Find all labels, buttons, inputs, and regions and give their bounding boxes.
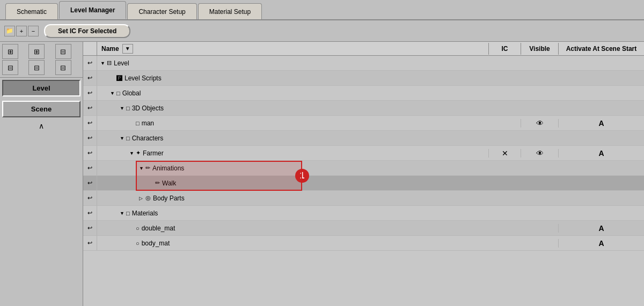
col-ic-header: IC bbox=[488, 43, 521, 55]
tab-level-manager[interactable]: Level Manager bbox=[59, 1, 126, 19]
toolbar: 📁 + − Set IC For Selected bbox=[0, 20, 644, 42]
row-content: 🅿 Level Scripts bbox=[97, 74, 488, 82]
row-content: ▼ □ Materials bbox=[97, 210, 488, 217]
row-label: man bbox=[142, 120, 154, 127]
row-sidebar-icon[interactable]: ↩ bbox=[83, 176, 97, 190]
row-sidebar-icon[interactable]: ↩ bbox=[83, 71, 97, 85]
tree-row[interactable]: ↩ ✏ Walk bbox=[83, 176, 644, 191]
row-sidebar-icon[interactable]: ↩ bbox=[83, 116, 97, 130]
row-sidebar-icon[interactable]: ↩ bbox=[83, 206, 97, 220]
tab-material-setup[interactable]: Material Setup bbox=[198, 3, 262, 19]
row-sidebar-icon[interactable]: ↩ bbox=[83, 56, 97, 70]
tree-row[interactable]: ↩ ▼ □ 3D Objects bbox=[83, 101, 644, 116]
tree-panel: Name ▼ IC Visible Activate At Scene Star… bbox=[83, 42, 644, 306]
add-icon[interactable]: + bbox=[16, 26, 27, 36]
tree-row[interactable]: ↩ ▼ ⊟ Level bbox=[83, 56, 644, 71]
row-sidebar-icon[interactable]: ↩ bbox=[83, 221, 97, 235]
tree-row[interactable]: ↩ ▼ □ Materials bbox=[83, 206, 644, 221]
level-button[interactable]: Level bbox=[2, 80, 80, 96]
row-label: Level Scripts bbox=[125, 74, 162, 82]
type-icon: □ bbox=[116, 90, 120, 96]
sidebar-icons: ⊞ ⊞ ⊟ ⊟ ⊟ ⊟ bbox=[0, 42, 83, 78]
expand-icon[interactable]: ▼ bbox=[110, 91, 115, 96]
tree-row[interactable]: ↩ ▼ ✦ Farmer ✕ 👁 A bbox=[83, 146, 644, 161]
tab-bar: Schematic Level Manager Character Setup … bbox=[0, 0, 644, 20]
row-content: □ man bbox=[97, 120, 488, 127]
filter-icon[interactable]: ▼ bbox=[122, 44, 133, 54]
row-content: ▼ ✏ Animations bbox=[97, 165, 488, 172]
row-label: Level bbox=[114, 59, 129, 67]
tree-row[interactable]: ↩ ○ body_mat A bbox=[83, 236, 644, 251]
row-content: ▼ ✦ Farmer bbox=[97, 150, 488, 157]
tab-schematic[interactable]: Schematic bbox=[5, 3, 58, 19]
sidebar-icon-4[interactable]: ⊟ bbox=[2, 60, 18, 75]
type-icon: ○ bbox=[136, 225, 140, 232]
expand-icon[interactable]: ▼ bbox=[100, 61, 106, 66]
annotation-badge: 1 bbox=[295, 169, 309, 183]
row-sidebar-icon[interactable]: ↩ bbox=[83, 191, 97, 205]
expand-icon[interactable]: ▼ bbox=[120, 211, 125, 216]
sidebar-icon-5[interactable]: ⊟ bbox=[28, 60, 45, 75]
open-icon[interactable]: 📁 bbox=[4, 26, 15, 36]
set-ic-button[interactable]: Set IC For Selected bbox=[44, 24, 130, 38]
tab-character-setup[interactable]: Character Setup bbox=[127, 3, 196, 19]
tree-row[interactable]: ↩ ▷ ◎ Body Parts bbox=[83, 191, 644, 206]
tree-rows: ↩ ▼ ⊟ Level ↩ 🅿 Level Scripts ↩ ▼ □ Glob… bbox=[83, 56, 644, 306]
row-sidebar-icon[interactable]: ↩ bbox=[83, 146, 97, 160]
row-ic: ✕ bbox=[488, 149, 521, 158]
row-label: Animations bbox=[152, 165, 184, 172]
tree-row[interactable]: ↩ ▼ □ Characters bbox=[83, 131, 644, 146]
row-activate: A bbox=[558, 224, 644, 233]
row-sidebar-icon[interactable]: ↩ bbox=[83, 86, 97, 100]
row-label: Body Parts bbox=[153, 195, 185, 202]
main-layout: ⊞ ⊞ ⊟ ⊟ ⊟ ⊟ Level Scene ∧ Name ▼ IC Visi… bbox=[0, 42, 644, 306]
row-content: ▼ □ Characters bbox=[97, 135, 488, 142]
row-label: Characters bbox=[132, 135, 164, 142]
type-icon: ✏ bbox=[145, 165, 150, 171]
type-icon: □ bbox=[136, 120, 140, 126]
row-sidebar-icon[interactable]: ↩ bbox=[83, 131, 97, 145]
row-activate: A bbox=[558, 149, 644, 158]
row-label: double_mat bbox=[142, 225, 175, 232]
scene-button[interactable]: Scene bbox=[2, 101, 80, 117]
type-icon: 🅿 bbox=[116, 75, 122, 81]
expand-icon[interactable]: ▷ bbox=[139, 196, 144, 201]
row-content: ▼ □ 3D Objects bbox=[97, 105, 488, 112]
expand-icon[interactable]: ▼ bbox=[120, 106, 125, 111]
tree-panel-wrapper: Name ▼ IC Visible Activate At Scene Star… bbox=[83, 42, 644, 306]
sidebar-icon-6[interactable]: ⊟ bbox=[55, 60, 71, 75]
row-sidebar-icon[interactable]: ↩ bbox=[83, 236, 97, 250]
row-label: 3D Objects bbox=[132, 105, 164, 112]
row-sidebar-icon[interactable]: ↩ bbox=[83, 101, 97, 115]
expand-icon[interactable]: ▼ bbox=[120, 136, 125, 141]
expand-icon[interactable]: ▼ bbox=[129, 151, 135, 156]
row-label: Global bbox=[122, 89, 141, 97]
remove-icon[interactable]: − bbox=[28, 26, 39, 36]
sidebar: ⊞ ⊞ ⊟ ⊟ ⊟ ⊟ Level Scene ∧ bbox=[0, 42, 83, 306]
type-icon: □ bbox=[126, 210, 130, 217]
type-icon: ◎ bbox=[145, 195, 151, 201]
tree-row[interactable]: ↩ 🅿 Level Scripts bbox=[83, 71, 644, 86]
sidebar-icon-2[interactable]: ⊞ bbox=[28, 44, 45, 59]
row-content: ✏ Walk bbox=[97, 180, 488, 187]
row-visible: 👁 bbox=[521, 119, 558, 128]
tree-row[interactable]: ↩ ▼ ✏ Animations bbox=[83, 161, 644, 176]
row-label: Farmer bbox=[143, 150, 164, 157]
col-activate-header: Activate At Scene Start bbox=[558, 43, 644, 55]
row-sidebar-icon[interactable]: ↩ bbox=[83, 161, 97, 175]
type-icon: □ bbox=[126, 135, 130, 141]
type-icon: ✏ bbox=[155, 180, 160, 186]
tree-row[interactable]: ↩ □ man 👁 A bbox=[83, 116, 644, 131]
expand-icon[interactable]: ▼ bbox=[139, 166, 144, 171]
row-content: ▼ □ Global bbox=[97, 89, 488, 97]
collapse-arrow[interactable]: ∧ bbox=[0, 120, 83, 132]
column-headers: Name ▼ IC Visible Activate At Scene Star… bbox=[83, 42, 644, 56]
type-icon: ○ bbox=[136, 240, 140, 247]
tree-row[interactable]: ↩ ▼ □ Global bbox=[83, 86, 644, 101]
sidebar-icon-1[interactable]: ⊞ bbox=[2, 44, 18, 59]
sidebar-icon-3[interactable]: ⊟ bbox=[55, 44, 71, 59]
tree-row[interactable]: ↩ ○ double_mat A bbox=[83, 221, 644, 236]
row-label: Walk bbox=[162, 180, 176, 187]
type-icon: ✦ bbox=[136, 150, 141, 156]
row-label: Materials bbox=[132, 210, 158, 217]
